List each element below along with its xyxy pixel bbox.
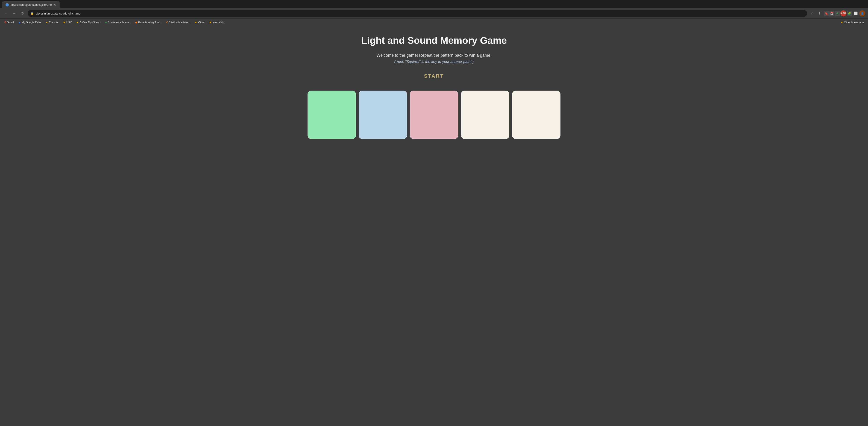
share-button[interactable]: ⬆ xyxy=(816,10,823,17)
other-bookmarks-label: Other bookmarks xyxy=(844,21,864,24)
extension-icons: 🔖 📅 G ABP 🧩 ⬜ 👤 xyxy=(824,10,865,17)
bookmark-conference-label: Conference Mana... xyxy=(108,21,131,24)
nav-actions: ☆ ⬆ 🔖 📅 G ABP 🧩 ⬜ 👤 xyxy=(809,10,865,17)
drive-icon: ▲ xyxy=(18,21,21,24)
back-button[interactable]: ← xyxy=(3,10,9,17)
tab-bar: abyssinian-agate-spade.glitch.me ✕ xyxy=(0,0,868,8)
window-toggle-button[interactable]: ⬜ xyxy=(852,10,859,17)
tab-close-button[interactable]: ✕ xyxy=(54,3,56,6)
tab-title: abyssinian-agate-spade.glitch.me xyxy=(10,3,52,6)
bookmarks-bar: M Gmail ▲ My Google Drive ★ Transfer ★ U… xyxy=(0,19,868,26)
game-subtitle: Welcome to the game! Repeat the pattern … xyxy=(377,53,492,58)
gmail-icon: M xyxy=(4,21,6,24)
browser-chrome: abyssinian-agate-spade.glitch.me ✕ ← → ↻… xyxy=(0,0,868,26)
game-button-cream2[interactable] xyxy=(512,91,560,139)
bookmark-citation[interactable]: V Citation Machine... xyxy=(164,20,192,25)
user-avatar[interactable]: 👤 xyxy=(859,10,865,17)
game-hint: ( Hint: "Squirrel" is the key to your an… xyxy=(394,60,474,64)
bookmark-usc[interactable]: ★ USC xyxy=(61,20,74,25)
bookmark-cpp[interactable]: ★ C/C++ Tips/ Learn xyxy=(74,20,103,25)
usc-icon: ★ xyxy=(63,21,65,24)
game-button-blue[interactable] xyxy=(359,91,407,139)
bookmark-drive-label: My Google Drive xyxy=(22,21,41,24)
bookmark-google-drive[interactable]: ▲ My Google Drive xyxy=(16,20,43,25)
calendar-ext-icon[interactable]: 📅 xyxy=(829,11,834,16)
navigation-bar: ← → ↻ 🔒 abyssinian-agate-spade.glitch.me… xyxy=(0,8,868,19)
bookmark-cpp-label: C/C++ Tips/ Learn xyxy=(80,21,101,24)
g-ext-icon[interactable]: G xyxy=(835,11,840,16)
bookmark-other[interactable]: ★ Other xyxy=(193,20,207,25)
bookmark-paraphrasing-label: Paraphrasing Tool... xyxy=(138,21,162,24)
game-buttons-container xyxy=(308,91,560,139)
bookmark-ext-icon[interactable]: 🔖 xyxy=(824,11,829,16)
game-button-green[interactable] xyxy=(308,91,356,139)
bookmark-conference[interactable]: ● Conference Mana... xyxy=(103,20,133,25)
other-bookmarks-icon: ★ xyxy=(841,21,843,24)
lock-icon: 🔒 xyxy=(30,12,34,15)
bookmark-paraphrasing[interactable]: ◆ Paraphrasing Tool... xyxy=(133,20,163,25)
bookmark-other-label: Other xyxy=(198,21,205,24)
forward-button[interactable]: → xyxy=(11,10,18,17)
paraphrasing-icon: ◆ xyxy=(135,21,137,24)
citation-icon: V xyxy=(166,21,168,24)
other-bookmarks[interactable]: ★ Other bookmarks xyxy=(839,20,866,25)
url-text: abyssinian-agate-spade.glitch.me xyxy=(36,12,81,15)
bookmark-transfer-label: Transfer xyxy=(49,21,59,24)
bookmark-citation-label: Citation Machine... xyxy=(168,21,190,24)
other-icon: ★ xyxy=(195,21,197,24)
bookmark-transfer[interactable]: ★ Transfer xyxy=(44,20,61,25)
puzzle-ext-icon[interactable]: 🧩 xyxy=(847,11,852,16)
bookmark-gmail[interactable]: M Gmail xyxy=(2,20,16,25)
start-button[interactable]: START xyxy=(424,73,444,79)
address-bar[interactable]: 🔒 abyssinian-agate-spade.glitch.me xyxy=(28,10,807,17)
abp-ext-icon[interactable]: ABP xyxy=(840,10,846,17)
reload-button[interactable]: ↻ xyxy=(19,10,26,17)
cpp-icon: ★ xyxy=(76,21,79,24)
bookmark-gmail-label: Gmail xyxy=(7,21,14,24)
transfer-icon: ★ xyxy=(45,21,48,24)
conference-icon: ● xyxy=(105,21,107,24)
bookmark-internship[interactable]: ★ Internship xyxy=(207,20,226,25)
game-title: Light and Sound Memory Game xyxy=(361,35,507,46)
internship-icon: ★ xyxy=(209,21,212,24)
page-content: Light and Sound Memory Game Welcome to t… xyxy=(0,26,868,426)
bookmark-usc-label: USC xyxy=(66,21,72,24)
bookmark-star-button[interactable]: ☆ xyxy=(809,10,815,17)
tab-favicon xyxy=(5,3,9,6)
active-tab[interactable]: abyssinian-agate-spade.glitch.me ✕ xyxy=(2,1,60,8)
game-button-cream1[interactable] xyxy=(461,91,509,139)
game-button-pink[interactable] xyxy=(410,91,458,139)
bookmark-internship-label: Internship xyxy=(212,21,224,24)
